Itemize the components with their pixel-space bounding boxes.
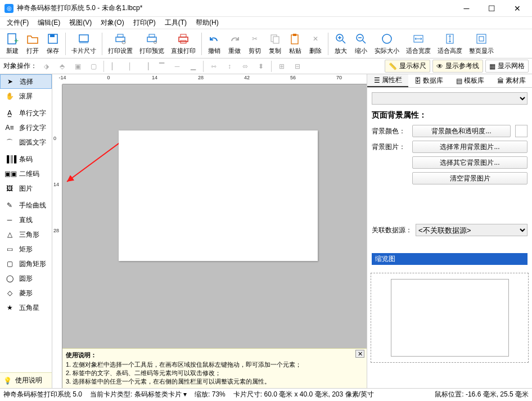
tab-assets[interactable]: 🏛素材库	[491, 74, 532, 87]
paste-button[interactable]: 粘贴	[285, 30, 305, 57]
show-guides-toggle[interactable]: 👁显示参考线	[432, 60, 483, 73]
datasource-select[interactable]: <不关联数据源>	[416, 224, 528, 236]
redo-button[interactable]: 重做	[224, 30, 245, 57]
same-height-icon[interactable]: ⬍	[254, 60, 268, 73]
tab-templates[interactable]: ▤模板库	[450, 74, 491, 87]
canvas[interactable]: ✕ 使用说明： 1. 左侧对象栏中选择一个工具后，在画布区域按住鼠标左键拖动，即…	[62, 84, 367, 388]
horizontal-ruler[interactable]: -1401428425670	[62, 74, 367, 84]
choose-common-bg-button[interactable]: 选择常用背景图片...	[412, 141, 528, 153]
menu-object[interactable]: 对象(O)	[96, 17, 128, 29]
bring-front-icon[interactable]: ⬗	[39, 60, 53, 73]
menu-print[interactable]: 打印(P)	[129, 17, 160, 29]
cut-button[interactable]: ✂剪切	[245, 30, 265, 57]
triangle-icon: △	[4, 231, 15, 238]
undo-button[interactable]: 撤销	[204, 30, 224, 57]
menu-file[interactable]: 文件(F)	[2, 17, 33, 29]
status-bar: 神奇条码标签打印系统 5.0 当前卡片类型: 条码标签类卡片 ▾ 缩放: 73%…	[0, 388, 532, 400]
delete-button[interactable]: ✕删除	[305, 30, 326, 57]
menu-bar: 文件(F) 编辑(E) 视图(V) 对象(O) 打印(P) 工具(T) 帮助(H…	[0, 17, 532, 29]
label-page[interactable]	[119, 130, 318, 261]
zoom-in-button[interactable]: 放大	[331, 30, 351, 57]
full-page-button[interactable]: 整页显示	[466, 30, 497, 57]
same-width-icon[interactable]: ⬄	[238, 60, 252, 73]
ruler-icon: 📏	[389, 62, 397, 70]
tool-triangle[interactable]: △三角形	[0, 227, 52, 242]
help-label: 使用说明	[15, 376, 42, 385]
align-middle-icon[interactable]: ─	[170, 60, 184, 73]
tab-properties[interactable]: ☰属性栏	[367, 74, 408, 87]
hint-panel: ✕ 使用说明： 1. 左侧对象栏中选择一个工具后，在画布区域按住鼠标左键拖动，即…	[62, 348, 367, 388]
bg-color-button[interactable]: 背景颜色和透明度...	[412, 125, 511, 137]
align-bottom-icon[interactable]: ▁	[186, 60, 200, 73]
send-backward-icon[interactable]: ▢	[87, 60, 100, 73]
print-setup-button[interactable]: 打印设置	[105, 30, 136, 57]
tool-select-label: 选择	[20, 77, 33, 87]
fit-width-label: 适合宽度	[406, 47, 431, 55]
tool-ellipse[interactable]: ◯圆形	[0, 271, 52, 286]
vertical-ruler[interactable]: 01428	[52, 84, 62, 388]
menu-help[interactable]: 帮助(H)	[191, 17, 223, 29]
tool-barcode[interactable]: ▐║▌条码	[0, 152, 52, 166]
show-ruler-toggle[interactable]: 📏显示标尺	[385, 60, 430, 73]
choose-other-bg-button[interactable]: 选择其它背景图片...	[412, 156, 528, 169]
pencil-icon: ✎	[4, 201, 15, 209]
align-left-icon[interactable]: ▏	[107, 60, 121, 73]
tool-rect[interactable]: ▭矩形	[0, 242, 52, 256]
group-icon[interactable]: ⊞	[275, 60, 288, 73]
tool-diamond[interactable]: ◇菱形	[0, 286, 52, 300]
clear-bg-button[interactable]: 清空背景图片	[412, 172, 528, 184]
print-preview-label: 打印预览	[139, 47, 164, 55]
save-button[interactable]: 保存	[43, 30, 63, 57]
fit-height-icon	[443, 32, 457, 46]
card-size-icon	[77, 32, 91, 46]
dist-v-icon[interactable]: ↕	[223, 60, 236, 73]
tool-pan[interactable]: ✋滚屏	[0, 89, 52, 103]
align-right-icon[interactable]: ▕	[139, 60, 152, 73]
rect-icon: ▭	[4, 245, 15, 253]
bring-forward-icon[interactable]: ▣	[71, 60, 84, 73]
print-preview-button[interactable]: 打印预览	[136, 30, 168, 57]
fit-height-button[interactable]: 适合高度	[434, 30, 466, 57]
svg-text:+: +	[14, 36, 19, 45]
fit-width-button[interactable]: 适合宽度	[403, 30, 434, 57]
help-button[interactable]: 💡使用说明	[0, 372, 52, 388]
dist-h-icon[interactable]: ⇿	[207, 60, 220, 73]
hint-line-3: 3. 选择标签中的任意一个元素，在右侧的属性栏里可以调整该元素的属性。	[66, 377, 363, 386]
menu-tools[interactable]: 工具(T)	[160, 17, 191, 29]
object-ops-bar: 对象操作： ⬗ ⬘ ▣ ▢ ▏ │ ▕ ▔ ─ ▁ ⇿ ↕ ⬄ ⬍ ⊞ ⊟ 📏显…	[0, 58, 532, 74]
bg-color-swatch[interactable]	[515, 125, 528, 137]
tool-qrcode[interactable]: ▣▣二维码	[0, 166, 52, 181]
app-icon: ◎	[4, 4, 13, 13]
tool-text-arc[interactable]: ⌒圆弧文字	[0, 135, 52, 150]
hint-close-button[interactable]: ✕	[355, 350, 364, 358]
tool-round-rect[interactable]: ▢圆角矩形	[0, 256, 52, 271]
tool-text-multi[interactable]: A≡多行文字	[0, 120, 52, 135]
zoom-actual-button[interactable]: 实际大小	[371, 30, 403, 57]
send-back-icon[interactable]: ⬘	[55, 60, 69, 73]
maximize-button[interactable]: ☐	[479, 0, 504, 17]
menu-edit[interactable]: 编辑(E)	[33, 17, 65, 29]
tool-text-single[interactable]: A̲单行文字	[0, 106, 52, 120]
show-grid-toggle[interactable]: ▦显示网格	[485, 60, 529, 73]
tool-freehand[interactable]: ✎手绘曲线	[0, 198, 52, 213]
align-top-icon[interactable]: ▔	[155, 60, 168, 73]
new-button[interactable]: +新建	[2, 30, 22, 57]
close-button[interactable]: ✕	[504, 0, 530, 17]
zoom-out-button[interactable]: 缩小	[351, 30, 371, 57]
tool-select[interactable]: ➤选择	[0, 74, 52, 89]
tool-star[interactable]: ★五角星	[0, 300, 52, 315]
direct-print-button[interactable]: 直接打印	[168, 30, 199, 57]
element-selector[interactable]	[372, 92, 528, 105]
full-page-icon	[475, 32, 488, 46]
open-button[interactable]: 打开	[22, 30, 43, 57]
tool-image[interactable]: 🖼图片	[0, 181, 52, 196]
align-center-h-icon[interactable]: │	[123, 60, 137, 73]
card-size-button[interactable]: 卡片尺寸	[68, 30, 100, 57]
minimize-button[interactable]: ─	[454, 0, 479, 17]
copy-button[interactable]: 复制	[265, 30, 285, 57]
tool-line[interactable]: ─直线	[0, 213, 52, 227]
fit-width-icon	[412, 32, 425, 46]
tab-database[interactable]: 🗄数据库	[408, 74, 449, 87]
ungroup-icon[interactable]: ⊟	[291, 60, 304, 73]
menu-view[interactable]: 视图(V)	[65, 17, 96, 29]
